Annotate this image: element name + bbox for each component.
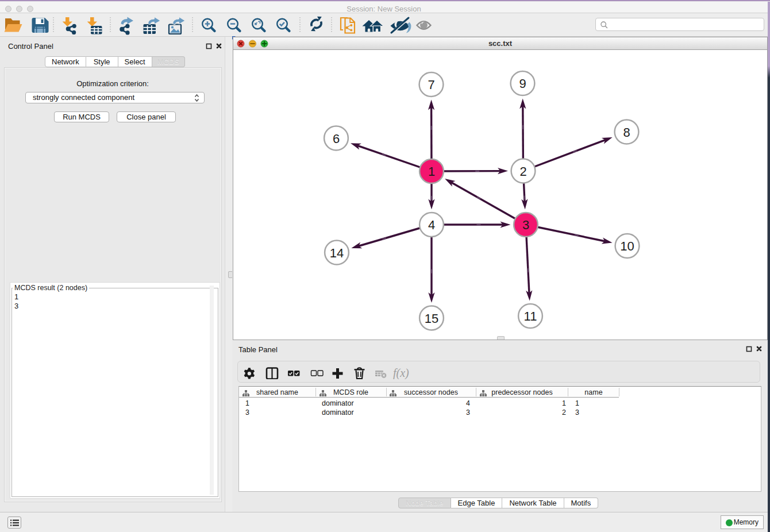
svg-text:4: 4 — [428, 218, 435, 232]
svg-text:14: 14 — [330, 246, 344, 260]
svg-text:11: 11 — [524, 309, 537, 323]
svg-text:8: 8 — [623, 125, 630, 140]
svg-text:1: 1 — [428, 164, 435, 179]
svg-text:15: 15 — [425, 311, 438, 326]
svg-text:10: 10 — [620, 239, 634, 253]
svg-text:f(x): f(x) — [393, 367, 409, 379]
svg-text:2: 2 — [519, 164, 526, 179]
svg-text:6: 6 — [333, 132, 340, 146]
svg-text:3: 3 — [522, 218, 529, 232]
svg-text:7: 7 — [428, 78, 434, 92]
svg-text:9: 9 — [519, 76, 526, 91]
